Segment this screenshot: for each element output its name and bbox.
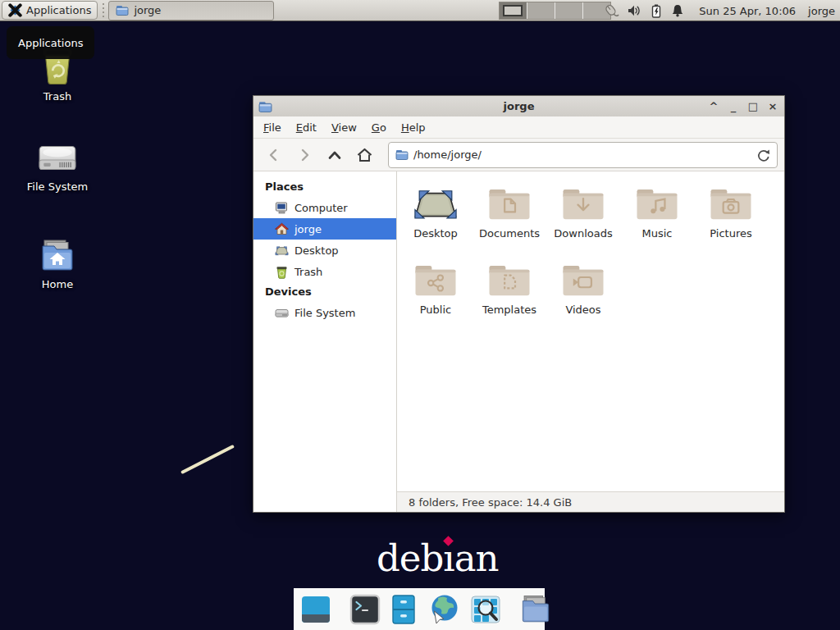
- volume-icon[interactable]: [627, 3, 641, 18]
- file-item-documents[interactable]: Documents: [472, 185, 546, 240]
- places-header: Places: [265, 180, 396, 193]
- devices-header: Devices: [265, 285, 396, 298]
- trash-icon: [275, 265, 289, 279]
- videos-folder-icon: [560, 261, 606, 299]
- top-panel: Applications jorge: [0, 0, 840, 21]
- application-finder-icon[interactable]: [470, 595, 501, 624]
- statusbar: 8 folders, Free space: 14.4 GiB: [397, 491, 784, 512]
- applications-menu-label: Applications: [26, 4, 91, 16]
- home-icon: [275, 222, 289, 236]
- menu-file[interactable]: File: [263, 121, 281, 134]
- panel-user-menu[interactable]: jorge: [808, 5, 835, 17]
- battery-charging-icon[interactable]: [649, 3, 663, 19]
- file-manager-folder-icon[interactable]: [519, 594, 552, 625]
- dock: [294, 588, 545, 630]
- minimize-button[interactable]: _: [727, 100, 740, 112]
- window-title: jorge: [253, 100, 784, 112]
- terminal-icon[interactable]: [349, 594, 381, 625]
- menu-help[interactable]: Help: [401, 121, 426, 134]
- file-item-templates[interactable]: Templates: [472, 261, 546, 316]
- show-desktop-icon[interactable]: [300, 594, 331, 625]
- applications-tooltip: Applications: [7, 26, 94, 59]
- home-folder-icon: [39, 239, 76, 273]
- desktop: Applications jorge: [0, 0, 840, 630]
- workspace-2[interactable]: [527, 2, 555, 19]
- file-item-pictures[interactable]: Pictures: [694, 185, 768, 240]
- file-item-downloads[interactable]: Downloads: [546, 185, 620, 240]
- path-text: /home/jorge/: [413, 148, 482, 161]
- file-manager-window: jorge ^ _ □ × File Edit View Go Help: [253, 95, 785, 513]
- sidebar: Places Computer jorge: [253, 171, 397, 512]
- workspace-switcher: [499, 2, 611, 20]
- desktop-icon-home[interactable]: Home: [20, 239, 95, 290]
- file-cabinet-icon[interactable]: [390, 594, 418, 625]
- debian-logo: debıan: [377, 540, 498, 577]
- workspace-window-preview: [503, 5, 523, 16]
- taskbar-window-button[interactable]: jorge: [108, 1, 274, 21]
- taskbar-window-label: jorge: [134, 4, 161, 16]
- desktop-icon: [275, 244, 289, 258]
- menu-view[interactable]: View: [331, 121, 357, 134]
- desktop-icon-label: Trash: [43, 90, 71, 103]
- mouse-icon[interactable]: [603, 3, 619, 19]
- reload-button[interactable]: [756, 148, 770, 162]
- up-button[interactable]: [321, 143, 348, 167]
- templates-folder-icon: [486, 261, 532, 299]
- workspace-3[interactable]: [555, 2, 583, 19]
- music-folder-icon: [634, 185, 680, 223]
- back-button[interactable]: [260, 143, 287, 167]
- folder-icon: [116, 4, 129, 16]
- applications-menu-icon: [8, 3, 22, 17]
- menu-edit[interactable]: Edit: [296, 121, 317, 134]
- sidebar-item-desktop[interactable]: Desktop: [253, 240, 396, 261]
- desktop-folder-icon: [413, 185, 459, 223]
- sidebar-item-file-system[interactable]: File System: [253, 302, 396, 323]
- web-browser-icon[interactable]: [427, 593, 461, 626]
- close-button[interactable]: ×: [766, 100, 779, 112]
- file-item-videos[interactable]: Videos: [546, 261, 620, 316]
- file-item-desktop[interactable]: Desktop: [399, 185, 472, 240]
- maximize-button[interactable]: □: [746, 100, 760, 112]
- documents-folder-icon: [486, 185, 532, 223]
- toolbar: /home/jorge/: [253, 139, 784, 171]
- desktop-icon-label: Home: [42, 278, 73, 290]
- sidebar-item-trash[interactable]: Trash: [253, 261, 396, 282]
- computer-icon: [275, 201, 289, 215]
- applications-menu-button[interactable]: Applications: [2, 1, 98, 20]
- workspace-1[interactable]: [500, 2, 527, 19]
- menubar: File Edit View Go Help: [253, 116, 784, 139]
- file-item-public[interactable]: Public: [399, 261, 472, 316]
- home-button[interactable]: [351, 143, 378, 167]
- panel-clock[interactable]: Sun 25 Apr, 10:06: [699, 5, 796, 17]
- shade-button[interactable]: ^: [707, 100, 720, 112]
- sidebar-item-jorge[interactable]: jorge: [253, 218, 396, 240]
- menu-go[interactable]: Go: [372, 121, 386, 134]
- forward-button[interactable]: [290, 143, 317, 167]
- desktop-icon-file-system[interactable]: File System: [20, 141, 95, 193]
- panel-separator-handle[interactable]: [101, 3, 107, 18]
- folder-icon: [395, 148, 409, 161]
- sidebar-item-computer[interactable]: Computer: [253, 197, 396, 218]
- desktop-icon-label: File System: [27, 180, 88, 193]
- file-pane: Desktop Documents: [397, 171, 784, 512]
- hard-drive-icon: [37, 141, 78, 176]
- hard-drive-icon: [275, 306, 289, 320]
- system-tray: Sun 25 Apr, 10:06 jorge: [603, 0, 835, 21]
- downloads-folder-icon: [560, 185, 606, 223]
- pictures-folder-icon: [708, 185, 754, 223]
- public-folder-icon: [413, 261, 459, 299]
- location-bar[interactable]: /home/jorge/: [388, 142, 778, 168]
- window-titlebar[interactable]: jorge ^ _ □ ×: [253, 96, 784, 116]
- wallpaper-streak: [180, 445, 235, 474]
- notifications-bell-icon[interactable]: [670, 3, 685, 18]
- file-item-music[interactable]: Music: [620, 185, 694, 240]
